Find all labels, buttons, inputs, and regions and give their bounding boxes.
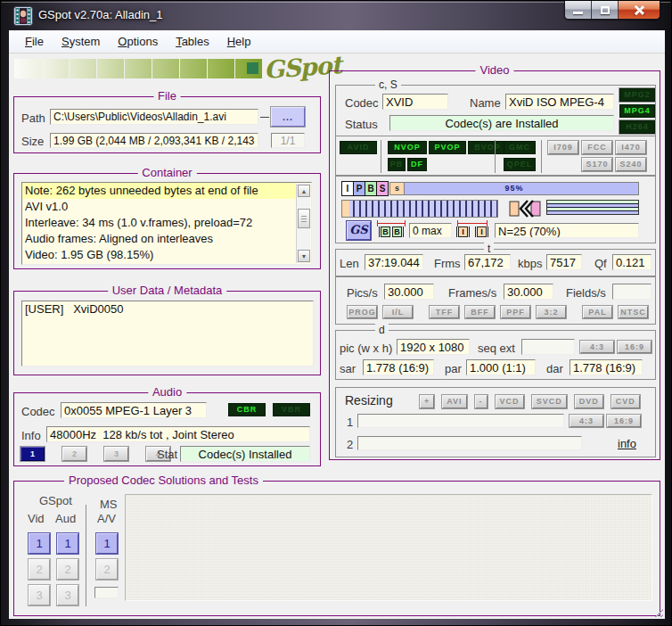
frames-rate-field[interactable]: 30.000 [504, 284, 553, 300]
caption-buttons [564, 1, 660, 20]
fields-rate-field[interactable] [612, 284, 652, 300]
qf-field[interactable]: 0.121 [612, 254, 652, 270]
menu-item[interactable]: System [53, 31, 109, 52]
frames-rate-label: Frames/s [448, 286, 496, 300]
standard-indicator: S240 [616, 158, 646, 171]
sar-field[interactable]: 1.778 (16:9) [363, 359, 434, 375]
ipbs-legend: IPBS [341, 181, 388, 196]
standard-indicator: S170 [582, 158, 612, 171]
standard-indicator: FCC [582, 141, 612, 154]
scroll-up-button[interactable]: ▲ [298, 185, 310, 197]
info-link[interactable]: info [618, 437, 636, 450]
maximize-button[interactable] [592, 1, 619, 19]
container-info-textarea[interactable]: Note: 262 bytes unneeded bytes at end of… [21, 182, 312, 265]
frms-field[interactable]: 67,172 [464, 254, 511, 270]
audio-solution-button[interactable]: 2 [57, 559, 78, 580]
standard-buttons-row-1: I709FCCI470 [336, 141, 655, 154]
video-solution-button[interactable]: 2 [29, 559, 50, 580]
resize-preset-button[interactable]: CVD [611, 395, 640, 408]
b-frame-spacing-meter: BB [377, 220, 406, 237]
menu-item[interactable]: Help [218, 31, 260, 52]
browse-button[interactable]: ... [271, 107, 305, 127]
size-field[interactable]: 1.99 GB (2,044 MB / 2,093,341 KB / 2,143 [50, 133, 258, 148]
ms-solution-button[interactable]: 2 [96, 559, 118, 580]
i-frame-interval-meter: I I [457, 220, 488, 237]
solutions-output-panel[interactable] [125, 494, 652, 601]
audio-solution-buttons: 123 [57, 533, 78, 605]
resize-aspect-buttons: 4:316:9 [570, 415, 641, 427]
seq-ext-field[interactable] [521, 339, 575, 355]
resize-row2-field[interactable] [357, 436, 582, 450]
resize-preset-button[interactable]: + [420, 395, 434, 408]
max-b-frames-field[interactable]: 0 max [409, 223, 452, 238]
scan-mode-indicator: 3:2 [537, 306, 566, 318]
audio-solution-button[interactable]: 3 [57, 585, 78, 605]
audio-info-label: Info [21, 429, 41, 442]
close-button[interactable] [619, 1, 660, 19]
close-icon [634, 4, 645, 16]
scrollbar-thumb[interactable] [298, 209, 310, 228]
video-codec-label: Codec [345, 96, 379, 110]
resize-preset-button[interactable]: SVCD [532, 395, 567, 408]
resize-preset-button[interactable]: AVI [442, 395, 466, 408]
audio-stream-buttons: 1234 [20, 447, 170, 461]
page-indicator[interactable]: 1/1 [271, 133, 305, 148]
resize-preset-button[interactable]: DVD [575, 395, 603, 408]
resize-row2-label: 2 [347, 438, 353, 451]
timing-box: t Len 37:19.044 Frms 67,172 kbps 7517 Qf… [335, 249, 656, 276]
audio-stream-button[interactable]: 3 [104, 447, 128, 461]
path-field[interactable]: C:\Users\Public\Videos\Alladin_1.avi [50, 109, 258, 125]
path-connector-line [260, 117, 269, 118]
resize-row1-field[interactable] [357, 414, 564, 428]
resize-aspect-button[interactable]: 16:9 [607, 415, 641, 427]
minimize-button[interactable] [565, 1, 592, 19]
video-solution-buttons: 123 [29, 533, 50, 605]
scroll-down-button[interactable]: ▼ [298, 250, 310, 262]
dar-field[interactable]: 1.778 (16:9) [570, 359, 643, 375]
d-box-title: d [375, 324, 389, 336]
menu-item[interactable]: File [16, 31, 53, 52]
pics-field[interactable]: 30.000 [384, 284, 434, 300]
menu-item[interactable]: Options [109, 31, 167, 52]
resize-preset-button[interactable]: VCD [496, 395, 524, 408]
scan-mode-indicator: I/L [383, 306, 413, 318]
len-field[interactable]: 37:19.044 [365, 254, 423, 270]
pic-size-field[interactable]: 1920 x 1080 [397, 339, 470, 355]
i-frame-cell: I [458, 227, 468, 237]
menu-item[interactable]: Tables [167, 31, 218, 52]
gop-size-field[interactable]: N=25 (70%) [495, 223, 639, 238]
resizing-title: Resizing [345, 393, 393, 408]
client-area: FileSystemOptionsTablesHelp GSpot File P… [9, 30, 665, 619]
gspot-analysis-button[interactable]: GS [347, 221, 371, 240]
audio-codec-field[interactable]: 0x0055 MPEG-1 Layer 3 [61, 402, 207, 418]
audio-info-field[interactable]: 48000Hz 128 kb/s tot , Joint Stereo [46, 426, 310, 442]
standard-indicator: I470 [616, 141, 646, 154]
scan-mode-indicator: TFF [430, 306, 459, 318]
container-group-title: Container [137, 166, 196, 179]
video-solution-button[interactable]: 1 [29, 533, 50, 554]
resize-preset-button[interactable]: - [475, 395, 488, 408]
video-name-field[interactable]: XviD ISO MPEG-4 [505, 94, 614, 110]
audio-stream-button[interactable]: 2 [62, 447, 86, 461]
resize-aspect-button[interactable]: 4:3 [570, 415, 603, 427]
kbps-field[interactable]: 7517 [546, 254, 582, 270]
seq-ext-label: seq ext [478, 342, 515, 355]
container-line: Audio frames: Aligned on interleaves [22, 231, 296, 247]
i-frame-cell: I [477, 227, 487, 237]
titlebar[interactable]: GSpot v2.70a: Alladin_1 [1, 1, 671, 30]
audio-stream-button[interactable]: 1 [20, 447, 45, 461]
aspect-indicator: 16:9 [618, 341, 652, 353]
kbps-label: kbps [518, 257, 542, 270]
ms-solution-button[interactable]: 1 [96, 533, 118, 554]
audio-solution-button[interactable]: 1 [57, 533, 78, 554]
t-box-title: t [484, 243, 494, 255]
video-codec-field[interactable]: XVID [382, 94, 448, 110]
video-solution-button[interactable]: 3 [29, 585, 50, 605]
user-data-textarea[interactable]: [USER] XviD0050 [21, 301, 314, 367]
container-scrollbar[interactable]: ▲ ▼ [296, 184, 310, 263]
container-line: Interleave: 34 ms (1.0 v.frames), preloa… [22, 215, 296, 231]
frame-type-cell: B [365, 181, 377, 196]
flag-separator [495, 140, 496, 173]
len-label: Len [340, 257, 359, 270]
par-field[interactable]: 1.000 (1:1) [466, 359, 536, 375]
